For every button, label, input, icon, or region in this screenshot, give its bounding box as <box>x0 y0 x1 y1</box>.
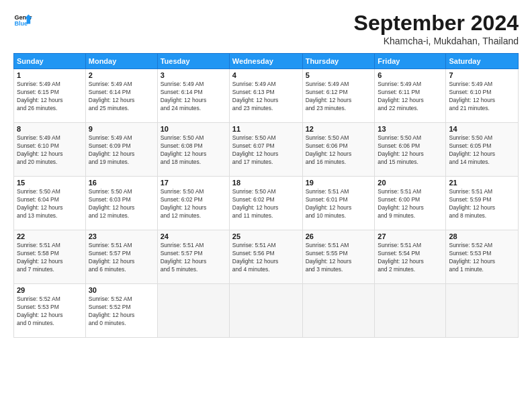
table-row: 30Sunrise: 5:52 AM Sunset: 5:52 PM Dayli… <box>85 284 157 338</box>
day-info: Sunrise: 5:50 AM Sunset: 6:08 PM Dayligh… <box>161 134 226 167</box>
day-number: 26 <box>306 232 372 240</box>
table-row: 7Sunrise: 5:49 AM Sunset: 6:10 PM Daylig… <box>446 69 519 123</box>
day-number: 13 <box>378 125 443 133</box>
table-row: 5Sunrise: 5:49 AM Sunset: 6:12 PM Daylig… <box>302 69 375 123</box>
day-number: 4 <box>232 71 300 79</box>
day-info: Sunrise: 5:49 AM Sunset: 6:10 PM Dayligh… <box>17 134 83 167</box>
day-info: Sunrise: 5:51 AM Sunset: 5:57 PM Dayligh… <box>89 242 154 274</box>
day-number: 25 <box>232 232 300 240</box>
day-number: 15 <box>17 179 83 187</box>
table-row: 3Sunrise: 5:49 AM Sunset: 6:14 PM Daylig… <box>157 69 229 123</box>
day-info: Sunrise: 5:50 AM Sunset: 6:06 PM Dayligh… <box>378 134 443 167</box>
table-row <box>302 284 375 338</box>
day-number: 28 <box>449 232 515 240</box>
day-info: Sunrise: 5:51 AM Sunset: 5:56 PM Dayligh… <box>232 242 300 274</box>
day-info: Sunrise: 5:49 AM Sunset: 6:12 PM Dayligh… <box>306 81 372 113</box>
day-info: Sunrise: 5:49 AM Sunset: 6:10 PM Dayligh… <box>449 81 515 113</box>
calendar-week-row: 15Sunrise: 5:50 AM Sunset: 6:04 PM Dayli… <box>14 177 519 230</box>
col-tuesday: Tuesday <box>157 54 229 69</box>
table-row: 26Sunrise: 5:51 AM Sunset: 5:55 PM Dayli… <box>302 230 375 284</box>
day-number: 18 <box>232 179 300 187</box>
day-number: 7 <box>449 71 515 79</box>
day-info: Sunrise: 5:49 AM Sunset: 6:13 PM Dayligh… <box>232 81 300 113</box>
table-row: 17Sunrise: 5:50 AM Sunset: 6:02 PM Dayli… <box>157 177 229 230</box>
day-info: Sunrise: 5:50 AM Sunset: 6:06 PM Dayligh… <box>306 134 372 167</box>
title-block: September 2024 Khamcha-i, Mukdahan, Thai… <box>354 11 519 46</box>
day-number: 20 <box>378 179 443 187</box>
day-number: 21 <box>449 179 515 187</box>
day-info: Sunrise: 5:51 AM Sunset: 6:00 PM Dayligh… <box>378 188 443 220</box>
calendar-week-row: 8Sunrise: 5:49 AM Sunset: 6:10 PM Daylig… <box>14 123 519 177</box>
calendar-week-row: 22Sunrise: 5:51 AM Sunset: 5:58 PM Dayli… <box>14 230 519 284</box>
table-row: 16Sunrise: 5:50 AM Sunset: 6:03 PM Dayli… <box>85 177 157 230</box>
day-number: 19 <box>306 179 372 187</box>
day-info: Sunrise: 5:50 AM Sunset: 6:02 PM Dayligh… <box>232 188 300 220</box>
day-info: Sunrise: 5:51 AM Sunset: 5:55 PM Dayligh… <box>306 242 372 274</box>
table-row: 10Sunrise: 5:50 AM Sunset: 6:08 PM Dayli… <box>157 123 229 177</box>
table-row: 18Sunrise: 5:50 AM Sunset: 6:02 PM Dayli… <box>229 177 302 230</box>
table-row: 27Sunrise: 5:51 AM Sunset: 5:54 PM Dayli… <box>375 230 446 284</box>
day-info: Sunrise: 5:52 AM Sunset: 5:52 PM Dayligh… <box>89 295 154 328</box>
calendar-week-row: 29Sunrise: 5:52 AM Sunset: 5:53 PM Dayli… <box>14 284 519 338</box>
col-thursday: Thursday <box>302 54 375 69</box>
table-row: 22Sunrise: 5:51 AM Sunset: 5:58 PM Dayli… <box>14 230 86 284</box>
day-info: Sunrise: 5:49 AM Sunset: 6:09 PM Dayligh… <box>89 134 154 167</box>
col-sunday: Sunday <box>14 54 86 69</box>
day-info: Sunrise: 5:52 AM Sunset: 5:53 PM Dayligh… <box>449 242 515 274</box>
day-number: 24 <box>161 232 226 240</box>
table-row: 13Sunrise: 5:50 AM Sunset: 6:06 PM Dayli… <box>375 123 446 177</box>
day-number: 1 <box>17 71 83 79</box>
calendar-week-row: 1Sunrise: 5:49 AM Sunset: 6:15 PM Daylig… <box>14 69 519 123</box>
table-row: 24Sunrise: 5:51 AM Sunset: 5:57 PM Dayli… <box>157 230 229 284</box>
table-row: 25Sunrise: 5:51 AM Sunset: 5:56 PM Dayli… <box>229 230 302 284</box>
table-row: 12Sunrise: 5:50 AM Sunset: 6:06 PM Dayli… <box>302 123 375 177</box>
day-info: Sunrise: 5:50 AM Sunset: 6:04 PM Dayligh… <box>17 188 83 220</box>
month-title: September 2024 <box>354 11 519 36</box>
day-number: 27 <box>378 232 443 240</box>
day-info: Sunrise: 5:50 AM Sunset: 6:03 PM Dayligh… <box>89 188 154 220</box>
table-row <box>375 284 446 338</box>
day-number: 12 <box>306 125 372 133</box>
day-number: 8 <box>17 125 83 133</box>
table-row: 21Sunrise: 5:51 AM Sunset: 5:59 PM Dayli… <box>446 177 519 230</box>
table-row: 15Sunrise: 5:50 AM Sunset: 6:04 PM Dayli… <box>14 177 86 230</box>
day-number: 23 <box>89 232 154 240</box>
page-header: General Blue September 2024 Khamcha-i, M… <box>13 11 519 46</box>
day-number: 11 <box>232 125 300 133</box>
calendar-header-row: Sunday Monday Tuesday Wednesday Thursday… <box>14 54 519 69</box>
day-number: 6 <box>378 71 443 79</box>
day-number: 9 <box>89 125 154 133</box>
day-info: Sunrise: 5:50 AM Sunset: 6:05 PM Dayligh… <box>449 134 515 167</box>
col-friday: Friday <box>375 54 446 69</box>
day-number: 2 <box>89 71 154 79</box>
table-row: 6Sunrise: 5:49 AM Sunset: 6:11 PM Daylig… <box>375 69 446 123</box>
day-info: Sunrise: 5:49 AM Sunset: 6:11 PM Dayligh… <box>378 81 443 113</box>
day-number: 3 <box>161 71 226 79</box>
logo: General Blue <box>13 11 32 30</box>
table-row: 28Sunrise: 5:52 AM Sunset: 5:53 PM Dayli… <box>446 230 519 284</box>
day-info: Sunrise: 5:51 AM Sunset: 6:01 PM Dayligh… <box>306 188 372 220</box>
day-number: 14 <box>449 125 515 133</box>
table-row: 4Sunrise: 5:49 AM Sunset: 6:13 PM Daylig… <box>229 69 302 123</box>
day-info: Sunrise: 5:49 AM Sunset: 6:15 PM Dayligh… <box>17 81 83 113</box>
table-row <box>157 284 229 338</box>
day-info: Sunrise: 5:50 AM Sunset: 6:07 PM Dayligh… <box>232 134 300 167</box>
day-number: 16 <box>89 179 154 187</box>
day-info: Sunrise: 5:49 AM Sunset: 6:14 PM Dayligh… <box>89 81 154 113</box>
day-number: 29 <box>17 286 83 294</box>
day-number: 17 <box>161 179 226 187</box>
table-row: 11Sunrise: 5:50 AM Sunset: 6:07 PM Dayli… <box>229 123 302 177</box>
table-row: 23Sunrise: 5:51 AM Sunset: 5:57 PM Dayli… <box>85 230 157 284</box>
table-row <box>229 284 302 338</box>
day-info: Sunrise: 5:49 AM Sunset: 6:14 PM Dayligh… <box>161 81 226 113</box>
col-wednesday: Wednesday <box>229 54 302 69</box>
table-row: 9Sunrise: 5:49 AM Sunset: 6:09 PM Daylig… <box>85 123 157 177</box>
svg-text:Blue: Blue <box>14 20 28 27</box>
table-row: 29Sunrise: 5:52 AM Sunset: 5:53 PM Dayli… <box>14 284 86 338</box>
table-row: 1Sunrise: 5:49 AM Sunset: 6:15 PM Daylig… <box>14 69 86 123</box>
day-number: 5 <box>306 71 372 79</box>
table-row <box>446 284 519 338</box>
day-info: Sunrise: 5:52 AM Sunset: 5:53 PM Dayligh… <box>17 295 83 328</box>
location: Khamcha-i, Mukdahan, Thailand <box>354 36 519 46</box>
col-saturday: Saturday <box>446 54 519 69</box>
